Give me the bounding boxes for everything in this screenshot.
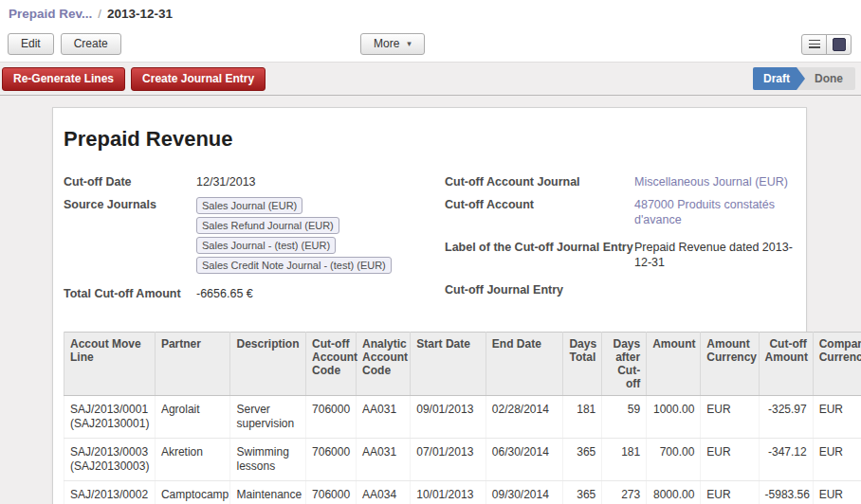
field-cutoff-account-journal: Cut-off Account Journal Miscellaneous Jo… bbox=[445, 174, 803, 189]
col-end-date[interactable]: End Date bbox=[485, 333, 563, 396]
cell-days-total[interactable]: 365 bbox=[563, 481, 602, 504]
cell-description[interactable]: Maintenance contract bbox=[230, 481, 306, 504]
cell-start-date[interactable]: 09/01/2013 bbox=[411, 396, 486, 439]
cell-start-date[interactable]: 07/01/2013 bbox=[411, 439, 486, 481]
total-cutoff-label: Total Cut-off Amount bbox=[64, 286, 196, 301]
cell-account-code[interactable]: 706000 bbox=[306, 439, 357, 481]
cutoff-account-journal-link[interactable]: Miscellaneous Journal (EUR) bbox=[634, 174, 788, 189]
more-label: More bbox=[374, 37, 399, 51]
form-right-column: Cut-off Account Journal Miscellaneous Jo… bbox=[445, 174, 803, 309]
cell-cutoff-amount[interactable]: -347.12 bbox=[759, 439, 813, 481]
journal-tag: Sales Journal - (test) (EUR) bbox=[196, 237, 336, 254]
cell-end-date[interactable]: 09/30/2014 bbox=[485, 481, 563, 504]
entry-label-value: Prepaid Revenue dated 2013-12-31 bbox=[634, 240, 803, 270]
cell-cutoff-amount[interactable]: -5983.56 bbox=[759, 481, 813, 504]
total-cutoff-value: -6656.65 € bbox=[196, 286, 253, 301]
cell-amount[interactable]: 1000.00 bbox=[647, 396, 701, 439]
cell-company-currency[interactable]: EUR bbox=[813, 439, 861, 481]
cell-partner[interactable]: Camptocamp bbox=[155, 481, 230, 504]
cell-move-line[interactable]: SAJ/2013/0001 (SAJ20130001) bbox=[64, 396, 156, 439]
status-done[interactable]: Done bbox=[805, 67, 855, 90]
cell-amount[interactable]: 700.00 bbox=[647, 439, 701, 481]
field-entry-label: Label of the Cut-off Journal Entry Prepa… bbox=[445, 240, 803, 270]
content-area: Prepaid Revenue Cut-off Date 12/31/2013 … bbox=[0, 96, 861, 504]
form-left-column: Cut-off Date 12/31/2013 Source Journals … bbox=[64, 174, 445, 309]
lines-table: Accout Move Line Partner Description Cut… bbox=[64, 332, 861, 504]
cell-amount-currency[interactable]: EUR bbox=[701, 439, 759, 481]
breadcrumb-separator: / bbox=[98, 7, 101, 21]
cell-description[interactable]: Swimming lessons bbox=[230, 439, 306, 481]
lines-table-wrap: Accout Move Line Partner Description Cut… bbox=[64, 332, 806, 504]
cell-end-date[interactable]: 02/28/2014 bbox=[485, 396, 563, 439]
edit-create-group: Edit Create bbox=[8, 33, 121, 55]
col-cutoff-amount[interactable]: Cut-off Amount bbox=[759, 333, 813, 396]
action-bar: Re-Generate Lines Create Journal Entry D… bbox=[0, 63, 861, 96]
col-company-currency[interactable]: Company Currency bbox=[813, 333, 861, 396]
cell-account-code[interactable]: 706000 bbox=[306, 396, 357, 439]
col-description[interactable]: Description bbox=[230, 333, 306, 396]
table-row[interactable]: SAJ/2013/0001 (SAJ20130001) Agrolait Ser… bbox=[64, 396, 861, 439]
breadcrumb-current: 2013-12-31 bbox=[107, 7, 173, 21]
toolbar: Edit Create More ▾ bbox=[0, 27, 861, 63]
cell-move-line[interactable]: SAJ/2013/0003 (SAJ20130003) bbox=[64, 439, 156, 481]
view-switcher bbox=[801, 34, 852, 55]
status-draft[interactable]: Draft bbox=[753, 67, 805, 90]
col-cutoff-account-code[interactable]: Cut-off Account Code bbox=[306, 333, 357, 396]
chevron-down-icon: ▾ bbox=[407, 37, 412, 51]
breadcrumb: Prepaid Rev... / 2013-12-31 bbox=[0, 0, 861, 27]
cell-cutoff-amount[interactable]: -325.97 bbox=[759, 396, 813, 439]
field-source-journals: Source Journals Sales Journal (EUR) Sale… bbox=[64, 197, 445, 274]
cell-description[interactable]: Server supervision bbox=[230, 396, 306, 439]
list-view-button[interactable] bbox=[801, 34, 827, 55]
cell-move-line[interactable]: SAJ/2013/0002 (SAJ20130002) bbox=[64, 481, 156, 504]
cell-company-currency[interactable]: EUR bbox=[813, 396, 861, 439]
field-cutoff-journal-entry: Cut-off Journal Entry bbox=[445, 282, 803, 297]
col-days-after-cutoff[interactable]: Days after Cut-off bbox=[602, 333, 647, 396]
cell-analytic-code[interactable]: AA034 bbox=[357, 481, 411, 504]
cell-amount[interactable]: 8000.00 bbox=[647, 481, 701, 504]
cell-company-currency[interactable]: EUR bbox=[813, 481, 861, 504]
table-row[interactable]: SAJ/2013/0002 (SAJ20130002) Camptocamp M… bbox=[64, 481, 861, 504]
field-total-cutoff: Total Cut-off Amount -6656.65 € bbox=[64, 286, 445, 301]
cell-amount-currency[interactable]: EUR bbox=[701, 481, 759, 504]
cell-partner[interactable]: Agrolait bbox=[155, 396, 230, 439]
col-partner[interactable]: Partner bbox=[155, 333, 230, 396]
more-button[interactable]: More ▾ bbox=[360, 33, 425, 55]
regenerate-lines-button[interactable]: Re-Generate Lines bbox=[2, 67, 125, 91]
form-view-button[interactable] bbox=[826, 34, 852, 55]
form-sheet: Prepaid Revenue Cut-off Date 12/31/2013 … bbox=[52, 107, 807, 504]
col-amount[interactable]: Amount bbox=[647, 333, 701, 396]
cell-partner[interactable]: Akretion bbox=[155, 439, 230, 481]
cutoff-account-link[interactable]: 487000 Produits constatés d'avance bbox=[634, 197, 803, 227]
col-account-move-line[interactable]: Accout Move Line bbox=[64, 333, 156, 396]
cell-days-total[interactable]: 365 bbox=[563, 439, 602, 481]
cell-amount-currency[interactable]: EUR bbox=[701, 396, 759, 439]
create-journal-entry-button[interactable]: Create Journal Entry bbox=[131, 67, 266, 91]
breadcrumb-parent-link[interactable]: Prepaid Rev... bbox=[9, 7, 92, 21]
journal-tag: Sales Credit Note Journal - (test) (EUR) bbox=[196, 257, 392, 274]
table-header-row: Accout Move Line Partner Description Cut… bbox=[64, 333, 861, 396]
source-journals-label: Source Journals bbox=[64, 197, 196, 274]
col-days-total[interactable]: Days Total bbox=[563, 333, 602, 396]
cell-analytic-code[interactable]: AA031 bbox=[357, 439, 411, 481]
cell-days-total[interactable]: 181 bbox=[563, 396, 602, 439]
edit-button[interactable]: Edit bbox=[8, 33, 54, 55]
source-journal-tags: Sales Journal (EUR) Sales Refund Journal… bbox=[196, 197, 441, 274]
cell-days-after[interactable]: 181 bbox=[602, 439, 647, 481]
entry-label-label: Label of the Cut-off Journal Entry bbox=[445, 240, 634, 270]
cell-start-date[interactable]: 10/01/2013 bbox=[411, 481, 486, 504]
create-button[interactable]: Create bbox=[61, 33, 121, 55]
cutoff-date-value: 12/31/2013 bbox=[196, 174, 256, 189]
col-start-date[interactable]: Start Date bbox=[411, 333, 486, 396]
cell-account-code[interactable]: 706000 bbox=[306, 481, 357, 504]
cell-analytic-code[interactable]: AA031 bbox=[357, 396, 411, 439]
cell-days-after[interactable]: 59 bbox=[602, 396, 647, 439]
table-row[interactable]: SAJ/2013/0003 (SAJ20130003) Akretion Swi… bbox=[64, 439, 861, 481]
form-fields: Cut-off Date 12/31/2013 Source Journals … bbox=[64, 174, 806, 309]
cutoff-account-journal-label: Cut-off Account Journal bbox=[445, 174, 634, 189]
field-cutoff-account: Cut-off Account 487000 Produits constaté… bbox=[445, 197, 803, 227]
cell-end-date[interactable]: 06/30/2014 bbox=[485, 439, 563, 481]
col-amount-currency[interactable]: Amount Currency bbox=[701, 333, 759, 396]
col-analytic-account-code[interactable]: Analytic Account Code bbox=[357, 333, 411, 396]
cell-days-after[interactable]: 273 bbox=[602, 481, 647, 504]
